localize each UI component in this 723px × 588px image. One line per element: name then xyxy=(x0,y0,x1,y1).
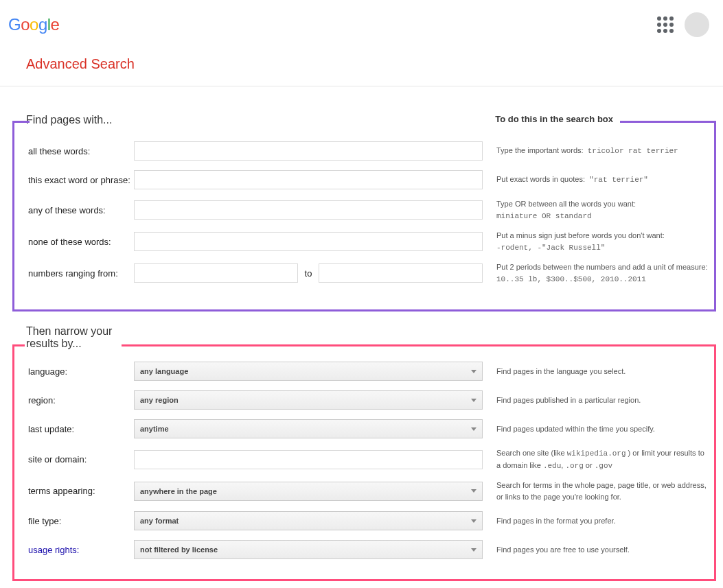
help-exact-phrase: Put exact words in quotes: "rat terrier" xyxy=(483,174,710,186)
help-region: Find pages published in a particular reg… xyxy=(483,395,710,406)
apps-icon[interactable] xyxy=(657,16,674,33)
select-terms-appearing[interactable]: anywhere in the page xyxy=(134,482,483,501)
input-all-words[interactable] xyxy=(134,141,483,161)
help-file-type: Find pages in the format you prefer. xyxy=(483,515,710,527)
select-last-update[interactable]: anytime xyxy=(134,419,483,438)
help-usage-rights: Find pages you are free to use yourself. xyxy=(483,544,710,556)
label-last-update: last update: xyxy=(19,424,134,434)
label-site-domain: site or domain: xyxy=(19,454,134,464)
chevron-down-icon xyxy=(471,489,477,493)
help-site-domain: Search one site (like wikipedia.org ) or… xyxy=(483,447,710,471)
help-last-update: Find pages updated within the time you s… xyxy=(483,423,710,435)
select-usage-rights[interactable]: not filtered by license xyxy=(134,540,483,559)
help-none-words: Put a minus sign just before words you d… xyxy=(483,230,710,253)
input-exact-phrase[interactable] xyxy=(134,170,483,189)
select-language[interactable]: any language xyxy=(134,362,483,381)
input-none-words[interactable] xyxy=(134,232,483,251)
help-terms-appearing: Search for terms in the whole page, page… xyxy=(483,480,710,502)
input-number-to[interactable] xyxy=(319,263,483,283)
label-exact-phrase: this exact word or phrase: xyxy=(19,175,134,185)
input-site-domain[interactable] xyxy=(134,450,483,469)
help-language: Find pages in the language you select. xyxy=(483,366,710,377)
find-pages-box: all these words: Type the important word… xyxy=(12,123,716,311)
label-language: language: xyxy=(19,366,134,377)
input-any-words[interactable] xyxy=(134,200,483,220)
help-all-words: Type the important words: tricolor rat t… xyxy=(483,145,710,157)
google-logo[interactable]: Google xyxy=(8,15,59,34)
label-terms-appearing: terms appearing: xyxy=(19,486,134,496)
label-none-words: none of these words: xyxy=(19,237,134,247)
chevron-down-icon xyxy=(471,399,477,402)
label-all-words: all these words: xyxy=(19,146,134,156)
help-any-words: Type OR between all the words you want:m… xyxy=(483,198,710,222)
narrow-results-box: language: any language Find pages in the… xyxy=(12,346,716,581)
label-any-words: any of these words: xyxy=(19,205,134,215)
label-file-type: file type: xyxy=(19,516,134,526)
avatar[interactable] xyxy=(685,12,709,37)
label-to: to xyxy=(305,268,312,279)
label-usage-rights[interactable]: usage rights: xyxy=(19,545,134,555)
label-region: region: xyxy=(19,395,134,405)
chevron-down-icon xyxy=(471,519,477,523)
chevron-down-icon xyxy=(471,548,477,552)
input-number-from[interactable] xyxy=(134,263,298,283)
page-title: Advanced Search xyxy=(0,37,723,86)
header: Google xyxy=(0,0,723,37)
select-region[interactable]: any region xyxy=(134,390,483,410)
chevron-down-icon xyxy=(471,427,477,431)
help-numbers-range: Put 2 periods between the numbers and ad… xyxy=(483,261,710,285)
label-numbers-range: numbers ranging from: xyxy=(19,268,134,279)
chevron-down-icon xyxy=(471,370,477,373)
select-file-type[interactable]: any format xyxy=(134,511,483,530)
